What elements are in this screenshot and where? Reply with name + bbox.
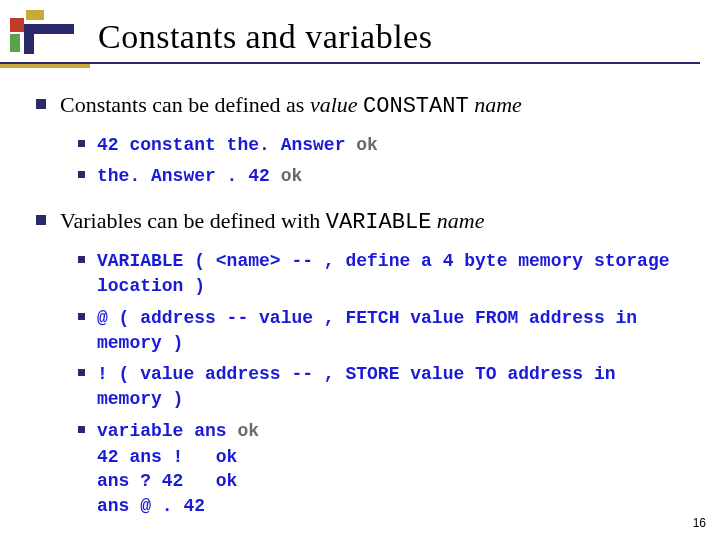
square-bullet-icon: [78, 140, 85, 147]
list-item-text: Variables can be defined with VARIABLE n…: [60, 206, 485, 238]
list-item: Constants can be defined as value CONSTA…: [36, 90, 690, 188]
svg-rect-4: [24, 24, 34, 54]
sub-list-item: VARIABLE ( <name> -- , define a 4 byte m…: [78, 248, 690, 299]
body: Constants can be defined as value CONSTA…: [36, 90, 690, 536]
square-bullet-icon: [78, 369, 85, 376]
svg-rect-0: [10, 18, 24, 32]
svg-rect-1: [26, 10, 44, 20]
sub-list-item: @ ( address -- value , FETCH value FROM …: [78, 305, 690, 356]
square-bullet-icon: [36, 99, 46, 109]
slide: Constants and variables Constants can be…: [0, 0, 720, 540]
sub-list-item: ! ( value address -- , STORE value TO ad…: [78, 361, 690, 412]
sub-list-item-text: @ ( address -- value , FETCH value FROM …: [97, 305, 690, 356]
square-bullet-icon: [78, 171, 85, 178]
page-number: 16: [693, 516, 706, 530]
sub-list-item-text: the. Answer . 42 ok: [97, 163, 302, 188]
sub-list-item-text: 42 constant the. Answer ok: [97, 132, 378, 157]
sub-list-item-text: ! ( value address -- , STORE value TO ad…: [97, 361, 690, 412]
sub-list-item: variable ans ok42 ans ! ok ans ? 42 ok a…: [78, 418, 690, 518]
title-underline: [0, 62, 700, 64]
title-block: Constants and variables: [98, 18, 700, 56]
sub-list-item-text: VARIABLE ( <name> -- , define a 4 byte m…: [97, 248, 690, 299]
svg-rect-2: [10, 34, 20, 52]
sub-list-item: the. Answer . 42 ok: [78, 163, 690, 188]
square-bullet-icon: [78, 426, 85, 433]
sub-list-item: 42 constant the. Answer ok: [78, 132, 690, 157]
square-bullet-icon: [78, 256, 85, 263]
list-item-text: Constants can be defined as value CONSTA…: [60, 90, 522, 122]
corner-decoration: [10, 10, 80, 62]
title-accent: [0, 64, 90, 68]
square-bullet-icon: [36, 215, 46, 225]
square-bullet-icon: [78, 313, 85, 320]
sub-list-item-text: variable ans ok42 ans ! ok ans ? 42 ok a…: [97, 418, 259, 518]
list-item: Variables can be defined with VARIABLE n…: [36, 206, 690, 518]
page-title: Constants and variables: [98, 18, 700, 56]
